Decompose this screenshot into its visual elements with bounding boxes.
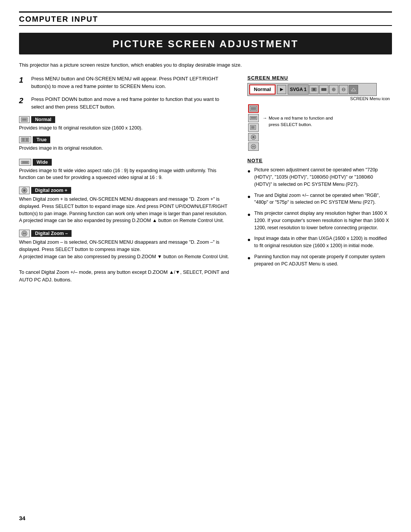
svg-rect-15	[312, 88, 315, 91]
cancel-note: To cancel Digital Zoom +/– mode, press a…	[19, 268, 232, 284]
note-text-1: Picture screen adjustment cannot be oper…	[254, 166, 392, 188]
screen-menu-diagram: Normal ▶ SVGA 1	[247, 83, 392, 151]
wide-icon	[19, 159, 31, 166]
func-dzoom-minus-label-row: Digital Zoom –	[19, 230, 232, 237]
digital-zoom-plus-label: Digital zoom +	[31, 187, 71, 194]
left-column: 1 Press MENU button and ON-SCREEN MENU w…	[19, 75, 232, 284]
bullet-1: ●	[247, 167, 252, 175]
menu-icon-1	[309, 85, 319, 94]
function-wide: Wide Provides image to fit wide video as…	[19, 159, 232, 182]
note-text-2: True and Digital zoom +/– cannot be oper…	[254, 192, 392, 206]
function-digital-zoom-minus: Digital Zoom – When Digital zoom – is se…	[19, 230, 232, 260]
screen-menu-bar: Normal ▶ SVGA 1	[247, 83, 377, 96]
note-item-5: ● Panning function may not operate prope…	[247, 253, 392, 268]
wide-desc: Provides image to fit wide video aspect …	[19, 167, 232, 182]
main-title: PICTURE SCREEN ADJUSTMENT	[19, 38, 392, 50]
section-header-title: COMPUTER INPUT	[19, 15, 98, 23]
digital-zoom-plus-icon	[19, 187, 30, 194]
bullet-5: ●	[247, 254, 252, 262]
func-true-label-row: True	[19, 136, 232, 143]
true-label: True	[33, 136, 50, 143]
cancel-note-text: To cancel Digital Zoom +/– mode, press a…	[19, 269, 229, 283]
svg-rect-26	[251, 117, 256, 119]
menu-icon-5	[349, 85, 358, 94]
side-annotation: → Move a red frame to function and press…	[263, 104, 345, 127]
digital-zoom-plus-desc: When Digital zoom + is selected, ON-SCRE…	[19, 196, 232, 224]
menu-arrow-icon: ▶	[277, 85, 286, 94]
note-text-4: Input image data in other than UXGA (160…	[254, 235, 392, 249]
main-title-banner: PICTURE SCREEN ADJUSTMENT	[19, 33, 392, 54]
svg-rect-28	[251, 126, 255, 129]
screen-menu-label: SCREEN MENU	[247, 75, 392, 81]
bullet-2: ●	[247, 193, 252, 201]
function-normal: Normal Provides image to fit original re…	[19, 116, 232, 132]
step-1-number: 1	[19, 75, 27, 85]
step-1: 1 Press MENU button and ON-SCREEN MENU w…	[19, 75, 232, 90]
page-number: 34	[19, 515, 25, 521]
wide-label: Wide	[33, 159, 52, 166]
screen-menu-section: SCREEN MENU Normal ▶ SVGA 1	[247, 75, 392, 151]
note-text-3: This projector cannot display any resolu…	[254, 210, 392, 231]
svg-rect-6	[22, 161, 28, 163]
screen-menu-icon-annotation: SCREEN Menu icon	[350, 96, 392, 102]
note-text-5: Panning function may not operate properl…	[254, 253, 392, 268]
function-digital-zoom-plus: Digital zoom + When Digital zoom + is se…	[19, 187, 232, 224]
move-annotation-text: Move a red frame to function and press S…	[269, 115, 345, 127]
func-normal-label-row: Normal	[19, 116, 232, 123]
normal-icon	[19, 116, 30, 123]
side-icons-column	[248, 104, 259, 151]
bullet-3: ●	[247, 211, 252, 219]
bullet-4: ●	[247, 236, 252, 244]
side-icons-section: → Move a red frame to function and press…	[247, 103, 392, 151]
step-2-text: Press POINT DOWN button and move a red f…	[31, 96, 232, 111]
svga-cell: SVGA 1	[288, 85, 309, 94]
normal-desc: Provides image to fit original resolutio…	[19, 125, 232, 132]
func-wide-label-row: Wide	[19, 159, 232, 166]
side-icon-4	[248, 133, 259, 141]
true-desc: Provides image in its original resolutio…	[19, 145, 232, 152]
menu-normal-cell: Normal	[249, 85, 276, 94]
right-column: SCREEN MENU Normal ▶ SVGA 1	[247, 75, 392, 272]
menu-icon-2	[319, 85, 328, 94]
side-icon-5	[248, 142, 259, 151]
digital-zoom-minus-icon	[19, 230, 30, 237]
note-item-3: ● This projector cannot display any reso…	[247, 210, 392, 231]
two-column-layout: 1 Press MENU button and ON-SCREEN MENU w…	[19, 75, 392, 284]
svg-rect-1	[22, 118, 27, 121]
digital-zoom-minus-label: Digital Zoom –	[31, 230, 72, 237]
move-arrow: →	[263, 115, 267, 121]
screen-menu-icon-label: SCREEN Menu icon	[350, 96, 390, 101]
svg-rect-16	[322, 88, 326, 91]
function-true: True Provides image in its original reso…	[19, 136, 232, 152]
note-title: NOTE	[247, 158, 392, 163]
svg-rect-24	[251, 107, 256, 110]
step-2-number: 2	[19, 96, 27, 105]
side-icon-2	[248, 114, 259, 122]
note-item-1: ● Picture screen adjustment cannot be op…	[247, 166, 392, 188]
menu-icons-row: ▶ SVGA 1	[277, 85, 358, 94]
menu-icon-3	[329, 85, 338, 94]
side-icon-3	[248, 123, 259, 132]
move-annotation: → Move a red frame to function and press…	[263, 115, 345, 127]
page: COMPUTER INPUT PICTURE SCREEN ADJUSTMENT…	[0, 0, 411, 532]
intro-text: This projector has a picture screen resi…	[19, 61, 392, 69]
menu-normal-text: Normal	[254, 86, 271, 92]
svg-rect-4	[25, 138, 28, 141]
note-item-4: ● Input image data in other than UXGA (1…	[247, 235, 392, 249]
note-item-2: ● True and Digital zoom +/– cannot be op…	[247, 192, 392, 206]
menu-icon-4	[339, 85, 348, 94]
step-1-text: Press MENU button and ON-SCREEN MENU wil…	[31, 75, 232, 90]
svg-rect-3	[22, 138, 25, 141]
side-icon-highlighted	[248, 104, 259, 113]
section-header: COMPUTER INPUT	[19, 11, 392, 26]
step-2: 2 Press POINT DOWN button and move a red…	[19, 96, 232, 111]
svg-marker-22	[351, 88, 356, 91]
digital-zoom-minus-desc: When Digital zoom – is selected, ON-SCRE…	[19, 239, 232, 260]
normal-label: Normal	[31, 116, 55, 123]
func-dzoom-plus-label-row: Digital zoom +	[19, 187, 232, 194]
svga-text: SVGA 1	[290, 87, 307, 92]
note-section: NOTE ● Picture screen adjustment cannot …	[247, 158, 392, 267]
true-icon	[19, 136, 31, 143]
